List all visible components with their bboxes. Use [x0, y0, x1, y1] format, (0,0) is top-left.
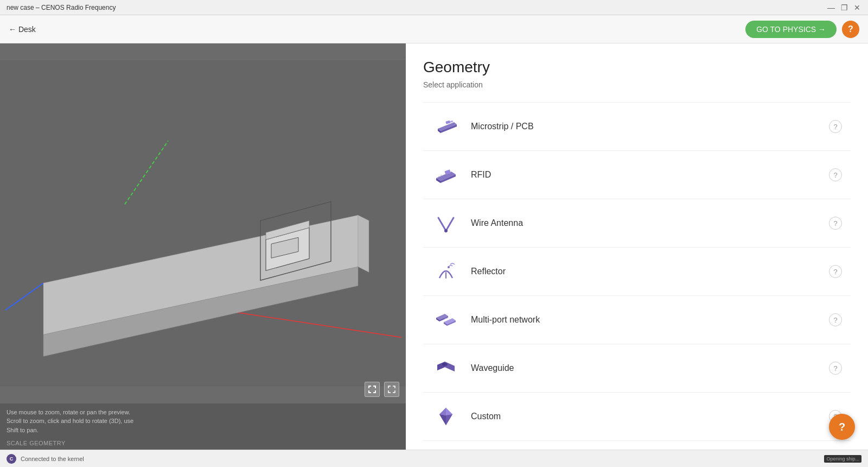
- multiport-network-icon: [432, 306, 460, 334]
- custom-label: Custom: [471, 412, 829, 421]
- app-header: ← Desk GO TO PHYSICS → ?: [0, 15, 868, 43]
- microstrip-pcb-label: Microstrip / PCB: [471, 122, 829, 131]
- svg-marker-50: [439, 408, 446, 415]
- svg-point-34: [448, 266, 450, 268]
- waveguide-label: Waveguide: [471, 363, 829, 373]
- reflector-label: Reflector: [471, 267, 829, 276]
- status-right: Opening ship...: [824, 455, 861, 463]
- close-button[interactable]: ✕: [853, 3, 861, 12]
- rfid-label: RFID: [471, 170, 829, 180]
- app-item-microstrip-pcb[interactable]: Microstrip / PCB ?: [423, 102, 851, 151]
- waveguide-icon: [432, 354, 460, 382]
- scale-geometry-label: SCALE GEOMETRY: [0, 439, 406, 450]
- back-to-desk-link[interactable]: ← Desk: [9, 25, 36, 34]
- viewport-3d[interactable]: [0, 43, 406, 403]
- svg-rect-18: [375, 390, 376, 393]
- svg-marker-47: [446, 408, 452, 415]
- microstrip-pcb-icon: [432, 112, 460, 141]
- app-item-rfid[interactable]: RFID ?: [423, 151, 851, 199]
- svg-rect-12: [368, 386, 369, 388]
- go-to-physics-button[interactable]: GO TO PHYSICS →: [745, 21, 837, 38]
- waveguide-help-button[interactable]: ?: [829, 362, 842, 375]
- header-help-button[interactable]: ?: [842, 21, 859, 38]
- main-layout: Use mouse to zoom, rotate or pan the pre…: [0, 43, 868, 450]
- fit-view-button[interactable]: [365, 382, 380, 397]
- app-item-multiport-network[interactable]: Multi-port network ?: [423, 296, 851, 344]
- viewport-hint: Use mouse to zoom, rotate or pan the pre…: [0, 403, 406, 439]
- rfid-help-button[interactable]: ?: [829, 168, 842, 181]
- multiport-network-label: Multi-port network: [471, 315, 829, 325]
- status-logo: C: [7, 454, 16, 464]
- app-item-wire-antenna[interactable]: Wire Antenna ?: [423, 199, 851, 248]
- svg-marker-49: [446, 414, 452, 425]
- svg-line-31: [446, 218, 454, 231]
- microstrip-pcb-help-button[interactable]: ?: [829, 120, 842, 133]
- rfid-icon: [432, 161, 460, 189]
- header-right: GO TO PHYSICS → ?: [745, 21, 859, 38]
- viewport-hint-line3: Shift to pan.: [7, 426, 399, 435]
- viewport-panel: Use mouse to zoom, rotate or pan the pre…: [0, 43, 406, 450]
- geometry-panel: Geometry Select application: [406, 43, 868, 450]
- viewport-hint-line2: Scroll to zoom, click and hold to rotate…: [7, 416, 399, 426]
- float-help-button[interactable]: ?: [829, 414, 855, 440]
- svg-rect-23: [450, 121, 454, 123]
- svg-marker-6: [358, 215, 369, 272]
- viewport-hint-line1: Use mouse to zoom, rotate or pan the pre…: [7, 408, 399, 417]
- svg-line-29: [441, 175, 442, 176]
- svg-rect-14: [375, 386, 376, 388]
- reflector-help-button[interactable]: ?: [829, 265, 842, 278]
- app-item-custom[interactable]: Custom ?: [423, 393, 851, 441]
- wire-antenna-icon: [432, 209, 460, 237]
- window-controls: — ❐ ✕: [827, 3, 861, 12]
- svg-marker-48: [439, 414, 446, 425]
- svg-point-45: [442, 363, 448, 366]
- restore-button[interactable]: ❐: [840, 3, 848, 12]
- custom-icon: [432, 402, 460, 431]
- geometry-subtitle: Select application: [423, 80, 851, 89]
- svg-rect-16: [368, 390, 369, 393]
- minimize-button[interactable]: —: [827, 3, 835, 12]
- status-bar: C Connected to the kernel Opening ship..…: [0, 450, 868, 467]
- svg-point-32: [444, 229, 448, 232]
- status-connected-text: Connected to the kernel: [21, 456, 84, 462]
- svg-line-30: [438, 218, 446, 231]
- reflector-icon: [432, 257, 460, 286]
- viewport-svg: [0, 43, 406, 403]
- geometry-title: Geometry: [423, 59, 851, 76]
- app-title: new case – CENOS Radio Frequency: [7, 4, 116, 11]
- svg-rect-22: [445, 121, 450, 124]
- wire-antenna-label: Wire Antenna: [471, 218, 829, 228]
- viewport-controls: [365, 382, 399, 397]
- status-info-box: Opening ship...: [824, 455, 861, 463]
- multiport-network-help-button[interactable]: ?: [829, 313, 842, 326]
- application-list: Microstrip / PCB ?: [423, 102, 851, 441]
- app-item-waveguide[interactable]: Waveguide ?: [423, 344, 851, 393]
- wire-antenna-help-button[interactable]: ?: [829, 217, 842, 230]
- fullscreen-button[interactable]: [384, 382, 399, 397]
- title-bar: new case – CENOS Radio Frequency — ❐ ✕: [0, 0, 868, 15]
- app-item-reflector[interactable]: Reflector ?: [423, 248, 851, 296]
